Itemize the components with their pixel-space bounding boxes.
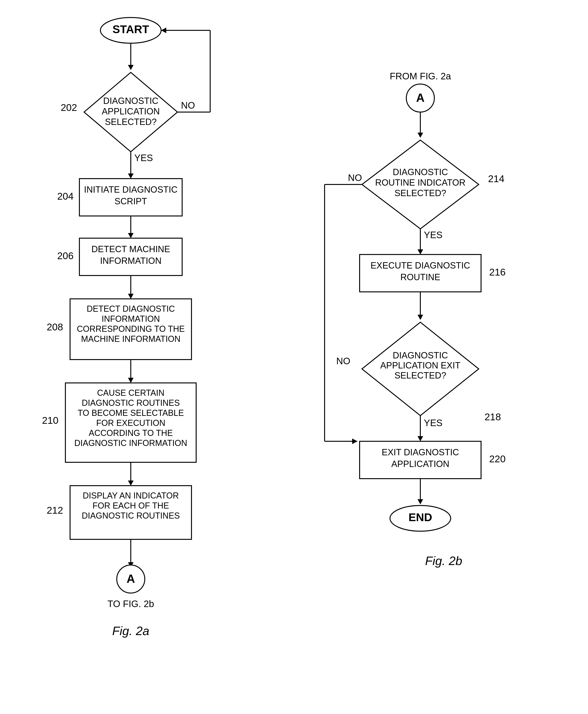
step210-line4: FOR EXECUTION [96, 418, 165, 428]
step210-line1: CAUSE CERTAIN [97, 388, 165, 398]
step220-line2: APPLICATION [391, 459, 449, 469]
step210-line5: ACCORDING TO THE [89, 428, 173, 438]
step212-line2: FOR EACH OF THE [92, 501, 169, 510]
step214-line3: SELECTED? [394, 188, 446, 198]
step202-label: 202 [61, 102, 77, 113]
svg-marker-38 [418, 315, 423, 320]
step214-line2: ROUTINE INDICATOR [375, 178, 465, 188]
step208-line1: DETECT DIAGNOSTIC [87, 304, 175, 314]
step220-label: 220 [489, 454, 506, 464]
svg-marker-35 [418, 249, 423, 254]
step218-label: 218 [485, 412, 501, 422]
svg-marker-18 [128, 378, 133, 383]
step212-line1: DISPLAY AN INDICATOR [83, 491, 178, 500]
step218-no: NO [336, 356, 350, 366]
step218-line2: APPLICATION EXIT [380, 360, 460, 370]
step202-yes: YES [134, 153, 153, 163]
step210-line6: DIAGNOSTIC INFORMATION [74, 438, 187, 448]
svg-marker-33 [352, 439, 357, 444]
connector-a-fig2a: A [127, 572, 135, 585]
step210-line3: TO BECOME SELECTABLE [78, 408, 184, 418]
step204-line2: SCRIPT [114, 196, 147, 206]
step206-line1: DETECT MACHINE [91, 244, 170, 254]
step202-line1: DIAGNOSTIC [103, 96, 158, 106]
step214-yes: YES [424, 230, 442, 240]
step218-line1: DIAGNOSTIC [393, 351, 448, 360]
svg-marker-9 [128, 173, 133, 178]
to-fig2b-label: TO FIG. 2b [107, 598, 154, 609]
svg-marker-7 [161, 27, 166, 33]
svg-marker-21 [128, 481, 133, 486]
end-label: END [408, 511, 432, 523]
step208-line2: INFORMATION [102, 314, 160, 323]
step220-line1: EXIT DIAGNOSTIC [382, 447, 459, 457]
step212-label: 212 [47, 505, 63, 516]
step214-no: NO [348, 172, 362, 183]
fig2a-label: Fig. 2a [112, 624, 149, 638]
step202-line3: SELECTED? [105, 117, 157, 127]
step210-label: 210 [42, 415, 58, 426]
svg-marker-15 [128, 294, 133, 299]
step218-line3: SELECTED? [394, 371, 446, 380]
from-fig2a-label: FROM FIG. 2a [390, 71, 451, 81]
step206-line2: INFORMATION [100, 256, 161, 266]
fig2b-label: Fig. 2b [425, 554, 462, 568]
step206-label: 206 [57, 250, 74, 261]
step202-no: NO [181, 100, 195, 110]
step210-line2: DIAGNOSTIC ROUTINES [82, 398, 180, 408]
step216-label: 216 [489, 267, 506, 278]
start-label: START [112, 23, 149, 36]
step208-label: 208 [47, 321, 63, 333]
svg-marker-12 [128, 233, 133, 238]
step216-line2: ROUTINE [400, 272, 440, 282]
step208-line4: MACHINE INFORMATION [81, 334, 180, 344]
step204-line1: INITIATE DIAGNOSTIC [84, 185, 177, 194]
step216-line1: EXECUTE DIAGNOSTIC [371, 260, 470, 270]
svg-marker-2 [128, 65, 133, 70]
step202-line2: APPLICATION [102, 106, 160, 116]
svg-marker-44 [418, 499, 423, 504]
step212-line3: DIAGNOSTIC ROUTINES [82, 511, 180, 521]
step214-label: 214 [488, 173, 504, 184]
connector-a-fig2b: A [416, 91, 424, 104]
step208-line3: CORRESPONDING TO THE [77, 324, 185, 334]
svg-marker-41 [418, 436, 423, 441]
step214-line1: DIAGNOSTIC [393, 167, 448, 177]
svg-marker-28 [418, 133, 423, 138]
diagram-container: START DIAGNOSTIC APPLICATION SELECTED? 2… [0, 0, 588, 714]
step218-yes: YES [424, 418, 442, 428]
step204-label: 204 [57, 191, 74, 202]
